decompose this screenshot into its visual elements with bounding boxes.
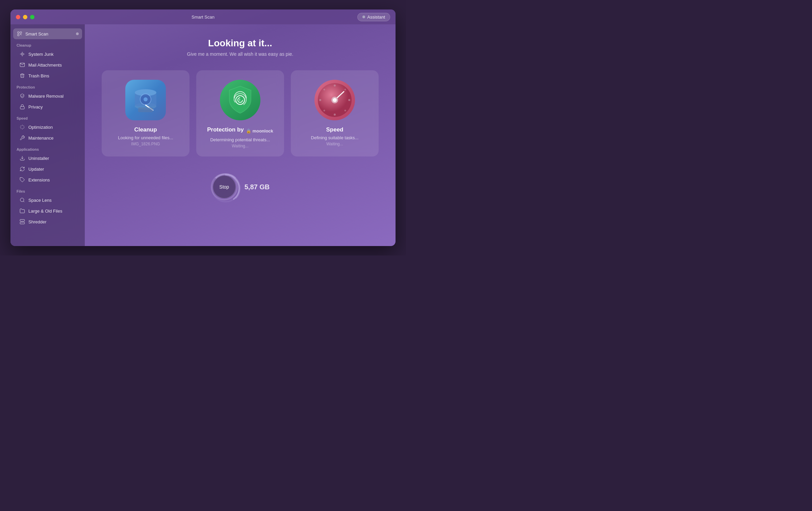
cleanup-card-icon <box>125 80 166 120</box>
sidebar-item-uninstaller[interactable]: Uninstaller <box>13 153 82 164</box>
svg-point-34 <box>333 98 337 102</box>
optimization-icon <box>19 124 25 130</box>
svg-rect-6 <box>20 106 24 109</box>
speed-dial-container <box>314 80 355 120</box>
sidebar-section-speed: Speed <box>10 112 85 122</box>
main-content: Looking at it... Give me a moment. We al… <box>85 24 396 246</box>
sidebar-extensions-label: Extensions <box>28 177 50 182</box>
app-window: Smart Scan Assistant Smart Scan <box>10 9 396 246</box>
scan-icon <box>17 31 23 37</box>
junk-icon <box>19 51 25 57</box>
sidebar-item-system-junk[interactable]: System Junk <box>13 49 82 59</box>
sidebar-item-maintenance[interactable]: Maintenance <box>13 132 82 143</box>
sidebar-section-applications: Applications <box>10 143 85 153</box>
sidebar-item-indicator <box>76 32 79 35</box>
disk-svg <box>129 83 162 117</box>
assistant-button[interactable]: Assistant <box>357 13 390 21</box>
sidebar-section-cleanup: Cleanup <box>10 39 85 49</box>
speed-card-status: Defining suitable tasks... <box>311 135 359 140</box>
svg-point-28 <box>345 89 346 91</box>
space-lens-icon <box>19 197 25 203</box>
svg-point-4 <box>22 54 23 55</box>
main-subtitle: Give me a moment. We all wish it was eas… <box>187 51 294 57</box>
moonlock-brand: 🔒 moonlock <box>246 128 273 133</box>
sidebar-item-malware-removal[interactable]: Malware Removal <box>13 91 82 101</box>
large-files-icon <box>19 208 25 214</box>
svg-point-20 <box>144 97 148 101</box>
speed-card-icon <box>314 80 355 120</box>
sidebar-item-updater[interactable]: Updater <box>13 164 82 174</box>
extensions-icon <box>19 177 25 183</box>
sidebar-item-shredder[interactable]: Shredder <box>13 216 82 227</box>
protection-card-status: Determining potential threats... <box>210 137 270 142</box>
sidebar-item-privacy[interactable]: Privacy <box>13 101 82 112</box>
sidebar-space-lens-label: Space Lens <box>28 198 52 203</box>
speed-card: Speed Defining suitable tasks... Waiting… <box>291 70 379 156</box>
sidebar-uninstaller-label: Uninstaller <box>28 156 49 161</box>
content-area: Smart Scan Cleanup System Junk <box>10 24 396 246</box>
cleanup-card: Cleanup Looking for unneeded files... IM… <box>102 70 189 156</box>
svg-rect-1 <box>20 32 22 33</box>
sidebar-optimization-label: Optimization <box>28 125 53 130</box>
svg-rect-2 <box>18 34 19 36</box>
sidebar-item-optimization[interactable]: Optimization <box>13 122 82 132</box>
uninstaller-icon <box>19 155 25 161</box>
sidebar-shredder-label: Shredder <box>28 219 46 224</box>
sidebar-item-trash-bins[interactable]: Trash Bins <box>13 70 82 81</box>
sidebar-system-junk-label: System Junk <box>28 52 53 57</box>
protection-card-file: Waiting... <box>232 144 249 148</box>
mail-icon <box>19 62 25 68</box>
updater-icon <box>19 166 25 172</box>
shield-container <box>220 80 260 120</box>
shredder-icon <box>19 219 25 225</box>
sidebar-mail-attachments-label: Mail Attachments <box>28 63 62 68</box>
sidebar-item-smart-scan[interactable]: Smart Scan <box>13 28 82 39</box>
protection-card-title: Protection by <box>207 126 244 133</box>
window-title: Smart Scan <box>192 15 214 20</box>
titlebar: Smart Scan Assistant <box>10 9 396 24</box>
sidebar: Smart Scan Cleanup System Junk <box>10 24 85 246</box>
size-label: 5,87 GB <box>245 183 270 191</box>
protection-card-icon <box>220 80 260 120</box>
progress-ring: Stop <box>211 173 238 200</box>
sidebar-item-extensions[interactable]: Extensions <box>13 174 82 185</box>
assistant-label: Assistant <box>367 15 385 20</box>
svg-rect-22 <box>138 107 153 112</box>
protection-card: Protection by 🔒 moonlock Determining pot… <box>196 70 284 156</box>
sidebar-privacy-label: Privacy <box>28 104 43 110</box>
speed-card-title: Speed <box>326 126 343 133</box>
svg-rect-11 <box>20 222 24 224</box>
trash-icon <box>19 73 25 79</box>
sidebar-malware-removal-label: Malware Removal <box>28 94 64 99</box>
cards-row: Cleanup Looking for unneeded files... IM… <box>102 70 379 156</box>
sidebar-section-protection: Protection <box>10 81 85 91</box>
sidebar-item-mail-attachments[interactable]: Mail Attachments <box>13 59 82 70</box>
cleanup-card-status: Looking for unneeded files... <box>118 135 173 140</box>
svg-point-25 <box>348 99 350 101</box>
maintenance-icon <box>19 135 25 141</box>
minimize-button[interactable] <box>23 15 27 19</box>
stop-area: Stop 5,87 GB <box>211 173 270 200</box>
svg-point-29 <box>345 110 346 112</box>
sidebar-trash-bins-label: Trash Bins <box>28 73 49 78</box>
speed-card-file: Waiting... <box>326 142 343 146</box>
shield-svg <box>227 85 254 115</box>
privacy-icon <box>19 104 25 110</box>
svg-point-8 <box>20 198 24 202</box>
svg-point-30 <box>324 89 325 91</box>
cleanup-card-title: Cleanup <box>134 126 157 133</box>
close-button[interactable] <box>16 15 20 19</box>
maximize-button[interactable] <box>30 15 34 19</box>
svg-rect-0 <box>18 32 19 33</box>
malware-icon <box>19 93 25 99</box>
progress-arc <box>211 173 240 203</box>
main-title: Looking at it... <box>208 38 272 49</box>
sidebar-smart-scan-label: Smart Scan <box>25 31 48 36</box>
sidebar-large-old-files-label: Large & Old Files <box>28 209 62 214</box>
sidebar-item-space-lens[interactable]: Space Lens <box>13 195 82 205</box>
svg-point-24 <box>334 84 336 87</box>
svg-rect-10 <box>20 219 24 221</box>
cleanup-card-file: IMG_1826.PNG <box>131 142 160 146</box>
sidebar-item-large-old-files[interactable]: Large & Old Files <box>13 205 82 216</box>
protection-title-row: Protection by 🔒 moonlock <box>207 126 273 135</box>
